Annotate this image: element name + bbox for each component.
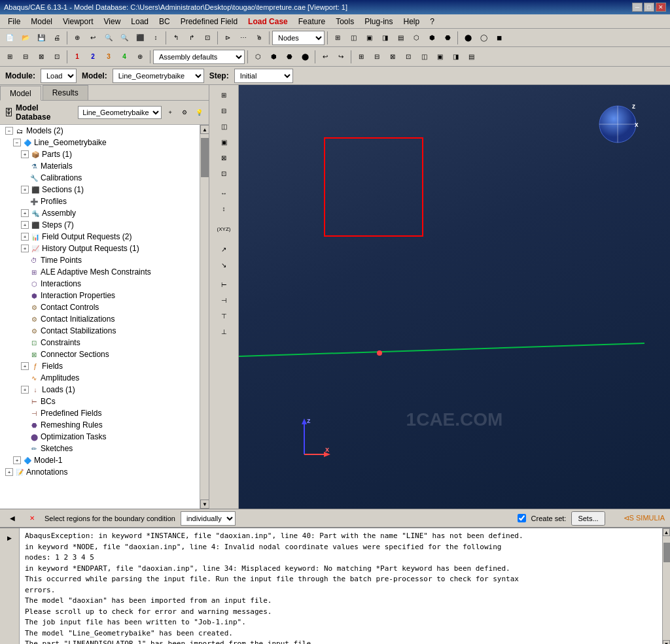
vt3[interactable]: ◫ [212, 119, 236, 133]
tree-tool1[interactable]: + [164, 107, 176, 118]
menu-tools[interactable]: Tools [330, 16, 359, 27]
tab-model[interactable]: Model [0, 86, 41, 101]
expand-annotations[interactable]: + [5, 468, 13, 476]
extra6[interactable]: ▣ [432, 50, 447, 64]
tree-model-select[interactable]: Line_Geometrybaike [78, 106, 162, 119]
view-btn2[interactable]: ⊟ [18, 50, 33, 64]
vt11[interactable]: ↘ [212, 258, 236, 272]
tree-item-interaction-props[interactable]: ⬢ Interaction Properties [0, 290, 200, 301]
tool9[interactable]: ⊡ [200, 31, 215, 45]
message-scrollbar[interactable]: ▲ ▼ [662, 528, 670, 644]
view3d1[interactable]: ⬡ [251, 50, 265, 64]
tree-scrollbar[interactable]: ▲ ▼ [200, 125, 209, 509]
expand-loads[interactable]: + [21, 386, 29, 394]
num3[interactable]: 3 [101, 50, 116, 64]
tree-item-ale[interactable]: ⊞ ALE Adaptive Mesh Constraints [0, 266, 200, 278]
step-select[interactable]: Initial [234, 69, 293, 83]
tool21[interactable]: ⬤ [461, 31, 475, 45]
tree-item-annotations[interactable]: + 📝 Annotations [0, 466, 200, 478]
expand-fields[interactable]: + [21, 362, 29, 370]
create-set-checkbox[interactable] [518, 514, 526, 522]
tool5[interactable]: ⬛ [133, 31, 147, 45]
msg-scroll-thumb[interactable] [663, 543, 670, 562]
tool7[interactable]: ↰ [169, 31, 183, 45]
undo-btn[interactable]: ↩ [318, 50, 332, 64]
tree-item-constraints[interactable]: ⊡ Constraints [0, 337, 200, 348]
nodes-dropdown[interactable]: Nodes [272, 31, 325, 45]
tool22[interactable]: ◯ [476, 31, 491, 45]
expand-sections[interactable]: + [21, 186, 29, 194]
extra2[interactable]: ⊟ [370, 50, 384, 64]
tool18[interactable]: ⬡ [409, 31, 423, 45]
tree-item-field-output[interactable]: + 📊 Field Output Requests (2) [0, 231, 200, 243]
tree-item-steps[interactable]: + ⬛ Steps (7) [0, 219, 200, 231]
expand-model1[interactable]: + [13, 456, 21, 464]
minimize-button[interactable]: ─ [632, 3, 643, 12]
tree-item-loads[interactable]: + ↓ Loads (1) [0, 384, 200, 396]
tool1[interactable]: ⊕ [70, 31, 84, 45]
num4[interactable]: 4 [117, 50, 132, 64]
menu-viewport[interactable]: Viewport [58, 16, 98, 27]
tree-item-model1[interactable]: + 🔷 Model-1 [0, 454, 200, 466]
menu-loadcase[interactable]: Load Case [243, 16, 293, 27]
tool19[interactable]: ⬢ [425, 31, 439, 45]
num5[interactable]: ⊕ [133, 50, 147, 64]
extra3[interactable]: ⊠ [385, 50, 400, 64]
menu-file[interactable]: File [3, 16, 26, 27]
view-btn4[interactable]: ⊡ [50, 50, 64, 64]
tree-tool2[interactable]: ⚙ [179, 107, 190, 118]
tree-item-parts[interactable]: + 📦 Parts (1) [0, 148, 200, 160]
vt4[interactable]: ▣ [212, 135, 236, 149]
tree-item-contact-stab[interactable]: ⚙ Contact Stabilizations [0, 325, 200, 337]
tree-item-materials[interactable]: ⚗ Materials [0, 160, 200, 172]
viewport-3d[interactable]: z x 1CAE.COM [239, 85, 670, 509]
expand-parts[interactable]: + [21, 150, 29, 158]
extra5[interactable]: ◫ [417, 50, 431, 64]
nav-close[interactable]: ✕ [25, 511, 39, 526]
menu-bc[interactable]: BC [154, 16, 175, 27]
extra8[interactable]: ▤ [464, 50, 478, 64]
vt2[interactable]: ⊟ [212, 103, 236, 118]
tool3[interactable]: 🔍 [101, 31, 116, 45]
extra4[interactable]: ⊡ [401, 50, 415, 64]
num1[interactable]: 1 [70, 50, 84, 64]
assembly-dropdown[interactable]: Assembly defaults [153, 50, 245, 64]
tool20[interactable]: ⬣ [440, 31, 455, 45]
save-button[interactable]: 💾 [34, 31, 48, 45]
expand-steps[interactable]: + [21, 221, 29, 229]
tree-item-amplitudes[interactable]: ∿ Amplitudes [0, 372, 200, 384]
tab-results[interactable]: Results [43, 85, 88, 100]
tool12[interactable]: 🖱 [252, 31, 266, 45]
vt10[interactable]: ↗ [212, 242, 236, 256]
scroll-up[interactable]: ▲ [200, 125, 209, 134]
expand-assembly[interactable]: + [21, 209, 29, 217]
tool14[interactable]: ◫ [346, 31, 361, 45]
vt15[interactable]: ⊥ [212, 324, 236, 339]
region-select[interactable]: individually [181, 511, 236, 526]
view3d2[interactable]: ⬢ [266, 50, 281, 64]
new-button[interactable]: 📄 [3, 31, 17, 45]
vt6[interactable]: ⊡ [212, 166, 236, 180]
tool6[interactable]: ↕ [149, 31, 163, 45]
model-select[interactable]: Line_Geometrybaike [113, 69, 204, 83]
tree-item-connector-sections[interactable]: ⊠ Connector Sections [0, 348, 200, 360]
vt8[interactable]: ↕ [212, 201, 236, 216]
module-select[interactable]: Load [41, 69, 77, 83]
vt14[interactable]: ⊤ [212, 309, 236, 323]
scroll-down[interactable]: ▼ [200, 500, 209, 509]
menu-predefined[interactable]: Predefined Field [175, 16, 243, 27]
open-button[interactable]: 📂 [18, 31, 33, 45]
tool4[interactable]: 🔍 [117, 31, 132, 45]
expand-models[interactable]: − [5, 127, 13, 135]
sets-button[interactable]: Sets... [571, 511, 605, 526]
tree-item-models[interactable]: − 🗂 Models (2) [0, 125, 200, 137]
tool11[interactable]: ⋯ [236, 31, 251, 45]
tree-item-fields[interactable]: + ƒ Fields [0, 360, 200, 372]
vt12[interactable]: ⊢ [212, 277, 236, 292]
tree-item-line-geo[interactable]: − 🔷 Line_Geometrybaike [0, 137, 200, 148]
vt9[interactable]: (XYZ) [212, 217, 236, 241]
extra7[interactable]: ◨ [448, 50, 463, 64]
menu-model[interactable]: Model [26, 16, 58, 27]
maximize-button[interactable]: □ [644, 3, 654, 12]
num2[interactable]: 2 [86, 50, 100, 64]
